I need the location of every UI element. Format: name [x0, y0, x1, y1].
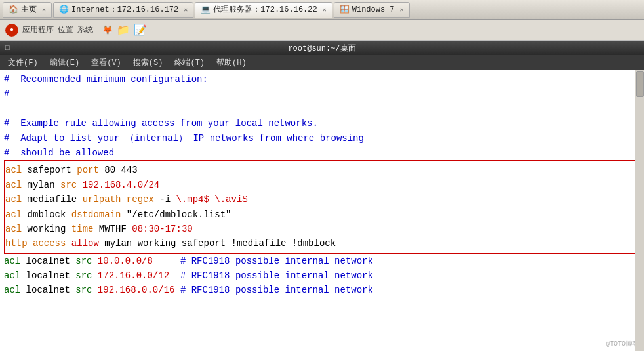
tab-windows7-label: Windows 7 [352, 5, 395, 14]
line-4: # Adapt to list your （internal） IP netwo… [4, 131, 640, 146]
terminal-titlebar: □ root@sun:~/桌面 [0, 41, 644, 55]
menu-system[interactable]: 系统 [77, 24, 93, 35]
menu-search[interactable]: 搜索(S) [128, 56, 169, 70]
line-2-text: # [4, 89, 9, 99]
tab-internet-label: Internet：172.16.16.172 [71, 4, 178, 15]
line-4-text: # Adapt to list your （internal） IP netwo… [4, 133, 364, 144]
content-area: # Recommended minimum configuration: # #… [0, 70, 644, 351]
line-localnet-3: acl localnet src 192.168.0.0/16 # RFC191… [4, 283, 640, 297]
menu-apps[interactable]: 应用程序 [22, 24, 54, 35]
line-1: # Recommended minimum configuration: [4, 72, 640, 87]
menu-terminal[interactable]: 终端(T) [169, 56, 210, 70]
line-acl-working: acl working time MWTHF 08:30-17:30 [5, 222, 639, 236]
windows-icon: 🪟 [340, 5, 350, 14]
tab-internet[interactable]: 🌐 Internet：172.16.16.172 ✕ [53, 2, 193, 18]
tab-home[interactable]: 🏠 主页 ✕ [3, 2, 52, 18]
watermark: @TOTO博客 [606, 339, 639, 348]
menu-help[interactable]: 帮助(H) [211, 56, 252, 70]
line-acl-mediafile: acl mediafile urlpath_regex -i \.mp4$ \.… [5, 192, 639, 207]
tab-proxy-label: 代理服务器：172.16.16.22 [213, 4, 317, 15]
line-3-text: # Example rule allowing access from your… [4, 118, 318, 129]
tab-windows7-close[interactable]: ✕ [400, 6, 404, 14]
line-acl-mylan: acl mylan src 192.168.4.0/24 [5, 178, 639, 192]
folder-icon[interactable]: 📁 [117, 24, 130, 37]
line-localnet-1: acl localnet src 10.0.0.0/8 # RFC1918 po… [4, 254, 640, 268]
menu-location[interactable]: 位置 [58, 24, 73, 35]
line-5: # should be allowed [4, 146, 640, 160]
line-acl-dmblock: acl dmblock dstdomain "/etc/dmblock.list… [5, 207, 639, 222]
proxy-icon: 💻 [201, 5, 211, 14]
taskbar: 🏠 主页 ✕ 🌐 Internet：172.16.16.172 ✕ 💻 代理服务… [0, 0, 644, 20]
terminal-menubar: 文件(F) 编辑(E) 查看(V) 搜索(S) 终端(T) 帮助(H) [0, 55, 644, 70]
line-http-access: http_access allow mylan working safeport… [5, 236, 639, 251]
menu-edit[interactable]: 编辑(E) [45, 56, 85, 70]
line-2: # [4, 87, 640, 101]
scrollbar-thumb[interactable] [636, 71, 644, 97]
tab-windows7[interactable]: 🪟 Windows 7 ✕ [334, 2, 410, 18]
scrollbar[interactable] [635, 70, 644, 351]
terminal-content: # Recommended minimum configuration: # #… [0, 70, 644, 351]
firefox-icon[interactable]: 🦊 [102, 25, 113, 35]
internet-icon: 🌐 [59, 5, 69, 14]
tab-proxy-close[interactable]: ✕ [323, 6, 327, 14]
line-localnet-2: acl localnet src 172.16.0.0/12 # RFC1918… [4, 268, 640, 283]
tab-internet-close[interactable]: ✕ [184, 6, 188, 14]
menu-file[interactable]: 文件(F) [3, 56, 43, 70]
tab-home-close[interactable]: ✕ [42, 6, 46, 14]
highlighted-block: acl safeport port 80 443 acl mylan src 1… [4, 160, 640, 253]
line-empty [4, 102, 640, 116]
tab-home-label: 主页 [21, 4, 37, 15]
main-container: 🏠 主页 ✕ 🌐 Internet：172.16.16.172 ✕ 💻 代理服务… [0, 0, 644, 351]
line-3: # Example rule allowing access from your… [4, 116, 640, 131]
line-1-text: # Recommended minimum configuration: [4, 74, 208, 85]
app-toolbar: ● 应用程序 位置 系统 🦊 📁 📝 [0, 20, 644, 41]
edit-icon[interactable]: 📝 [134, 24, 147, 37]
home-icon: 🏠 [9, 5, 18, 14]
terminal-titlebar-icon: □ [5, 44, 10, 52]
terminal-title: root@sun:~/桌面 [288, 43, 355, 54]
line-acl-safeport: acl safeport port 80 443 [5, 163, 639, 177]
line-5-text: # should be allowed [4, 148, 114, 158]
app-icon: ● [5, 24, 18, 37]
menu-view[interactable]: 查看(V) [86, 56, 127, 70]
tab-proxy[interactable]: 💻 代理服务器：172.16.16.22 ✕ [195, 2, 332, 18]
